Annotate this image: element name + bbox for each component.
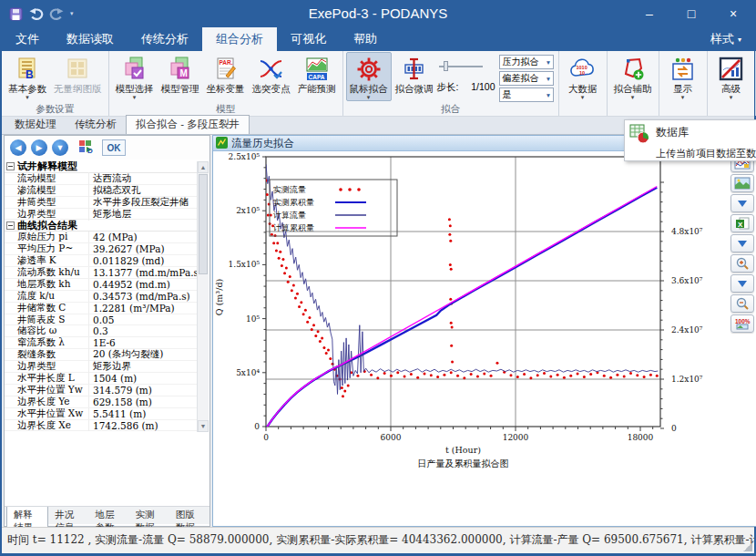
property-value[interactable]: 1.2281 (m³/MPa) xyxy=(88,303,198,314)
undo-icon[interactable] xyxy=(28,7,44,20)
capa-icon: CAPA xyxy=(305,55,329,83)
property-value[interactable]: 13.1377 (md.m/mPa.s) xyxy=(88,267,198,278)
zoom-in-button[interactable] xyxy=(730,254,754,273)
ribbon-button-拟合微调[interactable]: 拟合微调 xyxy=(392,52,437,95)
ribbon-button-label: 模型管理 xyxy=(161,83,199,94)
save-icon[interactable] xyxy=(9,7,23,21)
zoom-100-button[interactable]: 100% xyxy=(730,314,754,333)
property-value[interactable]: 39.2627 (MPa) xyxy=(88,243,198,254)
property-label: 流动模型 xyxy=(5,172,88,185)
scroll-up-icon[interactable]: ▲ xyxy=(198,161,209,173)
nav-left-button[interactable]: ◀ xyxy=(10,139,26,156)
database-tooltip[interactable]: 数据库 上传当前项目数据至数 xyxy=(624,119,756,161)
style-menu-label: 样式 xyxy=(710,31,734,47)
ribbon-button-模型管理[interactable]: M模型管理 xyxy=(158,52,203,95)
nav-right-button[interactable]: ▶ xyxy=(31,139,47,156)
dropdown-icon[interactable] xyxy=(730,274,754,293)
ribbon-group-label: 参数设置 xyxy=(5,103,106,116)
menu-tab-5[interactable]: 帮助 xyxy=(340,27,391,51)
property-label: 井筒表皮 S xyxy=(5,314,88,326)
ribbon-button-产能预测[interactable]: CAPA产能预测 xyxy=(294,52,340,95)
chart-window-title: 流量历史拟合 xyxy=(231,137,294,150)
menu-tab-3[interactable]: 组合分析 xyxy=(202,27,277,51)
combo-压力拟合[interactable]: 压力拟合▼ xyxy=(499,55,554,69)
ribbon-button-拟合辅助[interactable]: 拟合辅助▾ xyxy=(610,52,656,101)
property-value[interactable]: 1E-6 xyxy=(88,337,198,348)
ribbon-button-高级[interactable]: 高级▾ xyxy=(710,52,752,101)
property-value[interactable]: 0.011829 (md) xyxy=(88,255,198,266)
dropdown-icon[interactable] xyxy=(730,194,754,212)
property-value[interactable]: 42 (MPa) xyxy=(88,232,198,242)
ribbon-button-显示[interactable]: 显示▾ xyxy=(662,52,704,101)
scrollbar-thumb[interactable] xyxy=(199,174,208,274)
minimize-button[interactable]: – xyxy=(628,0,670,27)
document-tab-1[interactable]: 传统分析 xyxy=(66,116,126,134)
menu-tab-1[interactable]: 数据读取 xyxy=(53,27,128,51)
qat-customize-icon[interactable]: ▾ xyxy=(70,10,74,17)
step-size-slider[interactable] xyxy=(439,60,495,73)
property-value[interactable]: 0.44952 (md.m) xyxy=(88,279,198,290)
ribbon-button-坐标变量[interactable]: PAR.坐标变量 xyxy=(203,52,249,95)
ribbon-button-选突变点[interactable]: 选突变点 xyxy=(249,52,294,95)
property-value[interactable]: 0.3 xyxy=(88,325,198,336)
apply-data-icon[interactable]: D xyxy=(78,139,94,157)
fit-combo-stack: 压力拟合▼偏差拟合▼是▼ xyxy=(499,55,554,102)
ribbon-button-大数据[interactable]: 101010大数据▾ xyxy=(562,52,604,101)
save-image-button[interactable] xyxy=(730,174,754,192)
property-value[interactable]: 1742.586 (m) xyxy=(88,420,198,431)
ribbon-button-鼠标拟合[interactable]: 鼠标拟合▾ xyxy=(346,52,392,101)
scroll-down-icon[interactable]: ▼ xyxy=(198,420,209,432)
ok-button[interactable]: OK xyxy=(102,139,126,156)
menu-tab-2[interactable]: 传统分析 xyxy=(128,27,202,51)
ribbon-group-misc-6: 高级▾ xyxy=(708,51,756,116)
collapse-icon[interactable] xyxy=(6,162,15,170)
nav-down-button[interactable]: ▼ xyxy=(52,139,68,156)
ribbon-group-拟合: 鼠标拟合▾拟合微调步长:1/100压力拟合▼偏差拟合▼是▼拟合 xyxy=(343,51,559,116)
property-value[interactable]: 拟稳态双孔 xyxy=(88,184,198,197)
property-value[interactable]: 20 (条均匀裂缝) xyxy=(88,348,198,361)
ribbon-button-基本参数[interactable]: B基本参数▾ xyxy=(5,52,50,101)
chevron-down-icon: ▾ xyxy=(681,94,685,100)
collapse-icon[interactable] xyxy=(6,221,15,230)
property-value[interactable]: 矩形边界 xyxy=(88,360,198,373)
property-value[interactable]: 0.34573 (md/mPa.s) xyxy=(88,291,198,302)
svg-text:计算累积量: 计算累积量 xyxy=(272,223,314,232)
zoom-out-button[interactable] xyxy=(730,294,754,313)
maximize-button[interactable]: □ xyxy=(670,0,712,27)
property-value[interactable]: 1504 (m) xyxy=(88,373,198,384)
chart-window: 流量历史拟合 0600012000180002.5x10⁵2x10⁵1.5x10… xyxy=(212,135,756,527)
document-tab-0[interactable]: 数据处理 xyxy=(5,116,66,134)
property-value[interactable]: 水平井多段压裂定井储 xyxy=(88,196,198,209)
menu-tab-4[interactable]: 可视化 xyxy=(277,27,340,51)
menu-tab-0[interactable]: 文件 xyxy=(2,27,53,51)
property-label: 边界长度 Xe xyxy=(5,419,88,432)
svg-text:0: 0 xyxy=(671,424,677,433)
dropdown-icon[interactable] xyxy=(730,234,754,252)
close-button[interactable]: × xyxy=(712,0,754,27)
combo-偏差拟合[interactable]: 偏差拟合▼ xyxy=(499,71,554,86)
ribbon-button-label: 显示 xyxy=(673,83,692,94)
chevron-down-icon: ▾ xyxy=(133,94,137,100)
redo-icon[interactable] xyxy=(49,7,65,20)
style-menu[interactable]: 样式 ▾ xyxy=(698,27,754,51)
ribbon-button-模型选择[interactable]: 模型选择▾ xyxy=(112,52,158,101)
export-excel-button[interactable]: X xyxy=(730,214,754,232)
fine-tune-icon xyxy=(402,55,426,83)
svg-text:CAPA: CAPA xyxy=(308,74,324,80)
svg-text:2.5x10⁵: 2.5x10⁵ xyxy=(229,152,261,161)
breakpoint-icon xyxy=(259,55,283,83)
property-row[interactable]: 边界长度 Xe1742.586 (m) xyxy=(5,420,198,432)
property-value[interactable]: 0.05 xyxy=(88,314,198,325)
property-value[interactable]: 矩形地层 xyxy=(88,208,198,221)
property-label: 平均压力 P~ xyxy=(5,242,88,255)
parameter-scrollbar[interactable]: ▲ ▼ xyxy=(197,161,209,432)
display-icon xyxy=(670,55,695,83)
property-value[interactable]: 629.158 (m) xyxy=(88,396,198,407)
property-value[interactable]: 达西流动 xyxy=(88,172,198,185)
property-value[interactable]: 314.579 (m) xyxy=(88,385,198,396)
property-label: 原始压力 pi xyxy=(5,231,88,243)
svg-text:计算流量: 计算流量 xyxy=(272,211,306,220)
document-tab-2[interactable]: 拟合拟合 - 多段压裂井 xyxy=(126,115,250,134)
combo-是[interactable]: 是▼ xyxy=(499,88,554,102)
property-value[interactable]: 5.5411 (m) xyxy=(88,408,198,419)
